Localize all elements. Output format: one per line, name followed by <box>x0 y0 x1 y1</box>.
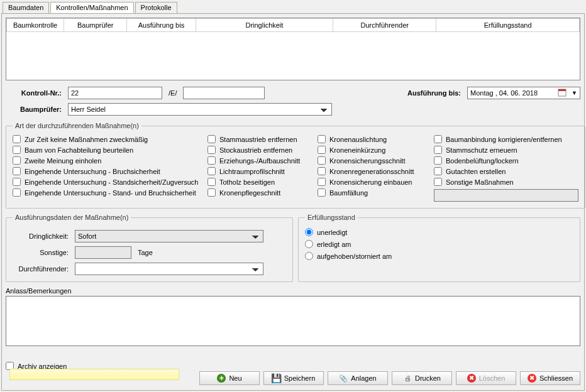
erledigt-radio[interactable] <box>305 240 313 248</box>
anlass-label: Anlass/Bemerkungen <box>6 287 580 295</box>
massnahme-checkbox[interactable] <box>13 156 21 165</box>
massnahme-check-item: Baum von Fachabteilung beurteilen <box>13 145 201 155</box>
massnahme-checkbox[interactable] <box>207 167 216 175</box>
massnahme-check-item: Kronensicherungsschnitt <box>318 156 428 165</box>
durchfuehrender-select[interactable] <box>75 263 263 275</box>
massnahme-checkbox[interactable] <box>207 188 216 197</box>
massnahme-checkbox[interactable] <box>318 135 326 143</box>
grid-col-baumkontrolle[interactable]: Baumkontrolle <box>7 19 64 32</box>
kontroll-nr-input[interactable] <box>68 87 162 99</box>
dringlichkeit-select[interactable]: Sofort <box>75 230 263 242</box>
sonstige-input[interactable] <box>75 246 131 259</box>
durchfuehrender-label: Durchführender: <box>13 265 72 273</box>
massnahme-check-item: Kronenregenerationsschnitt <box>318 166 428 176</box>
massnahmen-group: Art der durchzuführenden Maßnahme(n) Zur… <box>6 122 585 209</box>
anlagen-button[interactable]: 📎 Anlagen <box>328 371 388 385</box>
ausfuehrung-bis-label: Ausführung bis: <box>407 89 465 97</box>
sonstige-suffix: Tage <box>134 249 153 256</box>
delete-icon: ✖ <box>467 374 476 383</box>
erfuellungsstand-group: Erfüllungsstand unerledigt erledigt am a… <box>298 214 580 282</box>
massnahme-check-item: Bodenbelüftung/lockern <box>434 156 578 165</box>
massnahme-checkbox[interactable] <box>13 188 21 197</box>
massnahme-checkbox[interactable] <box>434 178 442 186</box>
attach-icon: 📎 <box>339 374 348 383</box>
plus-icon: + <box>217 374 226 383</box>
massnahme-label: Totholz beseitigen <box>219 178 275 186</box>
massnahme-label: Zur Zeit keine Maßnahmen zweckmäßig <box>25 136 148 143</box>
massnahme-check-item: Kroneneinkürzung <box>318 145 428 155</box>
grid-col-ausfuehrung-bis[interactable]: Ausführung bis <box>127 19 196 32</box>
massnahme-check-item: Zweite Meinung einholen <box>13 156 201 165</box>
massnahme-checkbox[interactable] <box>13 146 21 154</box>
save-icon: 💾 <box>272 374 281 383</box>
grid-col-durchfuehrender[interactable]: Durchführender <box>333 19 436 32</box>
erledigt-label: erledigt am <box>317 241 351 248</box>
baumpruefer-select[interactable]: Herr Seidel <box>68 103 332 116</box>
tab-protokolle[interactable]: Protokolle <box>135 2 177 13</box>
massnahme-check-item: Eingehende Untersuchung - Standsicherhei… <box>13 177 201 187</box>
aufgehoben-radio[interactable] <box>305 252 313 260</box>
massnahme-checkbox[interactable] <box>207 178 216 186</box>
massnahme-check-item: Baumanbindung korrigieren/entfernen <box>434 134 578 144</box>
sonstige-label: Sonstige: <box>13 249 72 256</box>
massnahme-check-item: Kronenauslichtung <box>318 134 428 144</box>
maßnahmen-grid[interactable]: Baumkontrolle Baumprüfer Ausführung bis … <box>6 18 580 80</box>
kontroll-nr-suffix-input[interactable] <box>183 87 265 99</box>
massnahme-checkbox[interactable] <box>207 135 216 143</box>
massnahme-checkbox[interactable] <box>13 167 21 175</box>
unerledigt-radio[interactable] <box>305 228 313 236</box>
massnahme-checkbox[interactable] <box>434 156 442 165</box>
massnahme-checkbox[interactable] <box>207 146 216 154</box>
massnahme-check-item: Gutachten erstellen <box>434 166 578 176</box>
massnahme-checkbox[interactable] <box>13 178 21 186</box>
massnahme-label: Erziehungs-/Aufbauschnitt <box>219 157 300 165</box>
massnahme-label: Eingehende Untersuchung - Stand- und Bru… <box>25 189 196 197</box>
grid-col-dringlichkeit[interactable]: Dringlichkeit <box>196 19 333 32</box>
massnahme-checkbox[interactable] <box>434 135 442 143</box>
kontroll-nr-sep: /E/ <box>165 89 180 97</box>
tab-body: Baumkontrolle Baumprüfer Ausführung bis … <box>1 14 585 391</box>
status-strip <box>9 369 179 380</box>
tab-baumdaten[interactable]: Baumdaten <box>3 2 49 13</box>
massnahme-checkbox[interactable] <box>318 156 326 165</box>
tab-kontrollen[interactable]: Kontrollen/Maßnahmen <box>50 2 133 13</box>
ausfuehrungsdaten-legend: Ausführungsdaten der Maßnahme(n) <box>13 214 131 221</box>
massnahme-check-item: Kronenpflegeschnitt <box>207 188 311 197</box>
sonstige-massnahmen-input[interactable] <box>434 189 578 202</box>
massnahme-check-item: Stockaustrieb entfernen <box>207 145 311 155</box>
massnahme-label: Bodenbelüftung/lockern <box>446 157 519 165</box>
loeschen-button: ✖ Löschen <box>456 371 516 385</box>
baumpruefer-label: Baumprüfer: <box>6 106 65 113</box>
grid-col-baumpruefer[interactable]: Baumprüfer <box>64 19 127 32</box>
massnahme-check-item: Baumfällung <box>318 188 428 197</box>
massnahme-label: Lichtraumprofilschnitt <box>219 168 285 175</box>
neu-button[interactable]: + Neu <box>199 371 260 385</box>
massnahme-checkbox[interactable] <box>318 178 326 186</box>
massnahme-checkbox[interactable] <box>13 135 21 143</box>
anlass-textarea[interactable] <box>6 296 580 346</box>
massnahme-label: Baum von Fachabteilung beurteilen <box>25 146 133 154</box>
calendar-icon[interactable] <box>558 88 567 98</box>
chevron-down-icon[interactable]: ▼ <box>572 90 577 96</box>
massnahme-checkbox[interactable] <box>318 167 326 175</box>
massnahme-check-item: Stammschutz erneuern <box>434 145 578 155</box>
massnahme-checkbox[interactable] <box>207 156 216 165</box>
dringlichkeit-label: Dringlichkeit: <box>13 232 72 240</box>
massnahme-label: Kronenregenerationsschnitt <box>329 168 414 175</box>
massnahme-checkbox[interactable] <box>318 146 326 154</box>
massnahme-checkbox[interactable] <box>434 146 442 154</box>
schliessen-button[interactable]: ✖ Schliessen <box>520 371 580 385</box>
massnahme-checkbox[interactable] <box>318 188 326 197</box>
speichern-button[interactable]: 💾 Speichern <box>263 371 324 385</box>
ausfuehrung-bis-datepicker[interactable]: Montag , 04. 06. 2018 ▼ <box>467 87 580 99</box>
massnahme-label: Zweite Meinung einholen <box>25 157 101 165</box>
massnahme-check-item: Eingehende Untersuchung - Stand- und Bru… <box>13 188 201 197</box>
massnahme-label: Sonstige Maßnahmen <box>446 178 514 186</box>
massnahme-checkbox[interactable] <box>434 167 442 175</box>
massnahme-label: Kronensicherungsschnitt <box>329 157 405 165</box>
massnahme-label: Kroneneinkürzung <box>329 146 385 154</box>
massnahme-check-item: Totholz beseitigen <box>207 177 311 187</box>
massnahmen-legend: Art der durchzuführenden Maßnahme(n) <box>13 122 141 129</box>
grid-col-erfuellungsstand[interactable]: Erfüllungsstand <box>436 19 580 32</box>
drucken-button[interactable]: 🖨 Drucken <box>392 371 452 385</box>
